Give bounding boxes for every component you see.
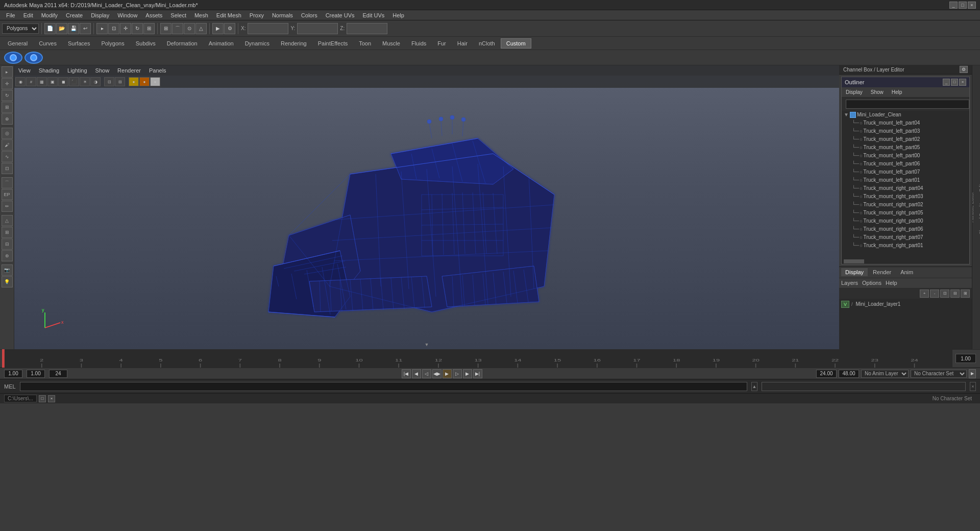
list-item[interactable]: └─ ○ Truck_mount_left_part02 <box>842 135 969 143</box>
x-input[interactable] <box>248 23 288 34</box>
undo-button[interactable]: ↩ <box>80 23 91 34</box>
tab-ncloth[interactable]: nCloth <box>473 38 501 49</box>
prev-keyframe-button[interactable]: ◁ <box>422 369 431 378</box>
tab-muscle[interactable]: Muscle <box>377 38 406 49</box>
list-item[interactable]: └─ ○ Truck_mount_right_part04 <box>842 184 969 192</box>
vp-shade-btn[interactable]: ◼ <box>58 77 68 86</box>
menu-modify[interactable]: Modify <box>37 11 62 19</box>
tab-fur[interactable]: Fur <box>432 38 452 49</box>
outliner-win-minimize[interactable]: _ <box>943 79 950 86</box>
list-item[interactable]: └─ ○ Truck_mount_right_part03 <box>842 192 969 201</box>
open-scene-button[interactable]: 📂 <box>56 23 67 34</box>
menu-edit-uvs[interactable]: Edit UVs <box>359 11 389 19</box>
list-item[interactable]: └─ ○ Truck_mount_left_part01 <box>842 176 969 184</box>
no-anim-layer-dropdown[interactable]: No Anim Layer <box>861 370 909 378</box>
next-keyframe-button[interactable]: ▷ <box>453 369 462 378</box>
append-polygon-left[interactable]: ⊞ <box>2 227 13 238</box>
pencil-left[interactable]: ✏ <box>2 201 13 212</box>
outliner-hscroll-thumb[interactable] <box>844 259 864 263</box>
paint-tool-left[interactable]: 🖌 <box>2 139 13 151</box>
taskbar-maya-btn[interactable]: C:\Users\... <box>4 395 37 402</box>
play-forward-button[interactable]: ▶ <box>443 369 452 378</box>
strip-channel-box-label[interactable]: Channel Box / Layer Editor <box>977 178 981 237</box>
layer-tab-display[interactable]: Display <box>841 268 868 276</box>
snap-curve-button[interactable]: ⌒ <box>172 23 183 34</box>
icon-circle-blue-2[interactable] <box>24 52 43 64</box>
vp-color-yellow[interactable]: ● <box>129 77 139 86</box>
taskbar-btn-2[interactable]: × <box>48 395 55 402</box>
new-scene-button[interactable]: 📄 <box>44 23 56 34</box>
menu-window[interactable]: Window <box>113 11 141 19</box>
close-button[interactable]: × <box>968 2 976 9</box>
transport-settings-btn[interactable]: ▶ <box>969 369 976 378</box>
menu-edit-mesh[interactable]: Edit Mesh <box>212 11 246 19</box>
menu-select[interactable]: Select <box>166 11 190 19</box>
tab-painteffects[interactable]: PaintEffects <box>312 38 354 49</box>
current-frame-display[interactable] <box>955 354 976 363</box>
spotlight-left[interactable]: 💡 <box>2 276 13 287</box>
vp-frame-sel-btn[interactable]: ⊟ <box>115 77 125 86</box>
skip-to-end-button[interactable]: ▶| <box>473 369 482 378</box>
vp-color-orange[interactable]: ● <box>139 77 150 86</box>
universal-manip-left[interactable]: ⊕ <box>2 113 13 125</box>
y-input[interactable] <box>297 23 338 34</box>
outliner-win-maximize[interactable]: □ <box>951 79 958 86</box>
tab-rendering[interactable]: Rendering <box>275 38 312 49</box>
tab-animation[interactable]: Animation <box>203 38 239 49</box>
ep-curve-left[interactable]: EP <box>2 189 13 200</box>
list-item[interactable]: └─ ○ Truck_mount_left_part04 <box>842 119 969 127</box>
split-polygon-left[interactable]: ⊟ <box>2 238 13 250</box>
icon-circle-blue-1[interactable] <box>4 52 22 64</box>
layer-tab-anim[interactable]: Anim <box>896 268 917 276</box>
tab-fluids[interactable]: Fluids <box>406 38 432 49</box>
menu-colors[interactable]: Colors <box>297 11 322 19</box>
sculpt-left[interactable]: ∿ <box>2 151 13 162</box>
layer-subtab-help[interactable]: Help <box>886 280 897 286</box>
camera-left[interactable]: 📷 <box>2 264 13 276</box>
outliner-hscrollbar[interactable] <box>842 259 969 264</box>
list-item[interactable]: └─ ○ Truck_mount_right_part01 <box>842 242 969 250</box>
list-item[interactable]: └─ ○ Truck_mount_left_part00 <box>842 152 969 160</box>
select-tool-left[interactable]: ▸ <box>2 66 13 78</box>
list-item[interactable]: └─ ○ Truck_mount_right_part00 <box>842 217 969 225</box>
tab-curves[interactable]: Curves <box>33 38 62 49</box>
viewport-menu-view[interactable]: View <box>16 67 33 74</box>
tab-custom[interactable]: Custom <box>501 38 531 49</box>
create-polygon-left[interactable]: △ <box>2 215 13 226</box>
play-back-button[interactable]: ◀▶ <box>432 369 442 378</box>
strip-attr-editor-label[interactable]: Attribute Editor <box>972 190 975 225</box>
outliner-item-root[interactable]: ▼ Mini_Loader_Clean <box>842 111 969 119</box>
layer-subtab-layers[interactable]: Layers <box>841 280 858 286</box>
viewport-menu-show[interactable]: Show <box>93 67 112 74</box>
lasso-tool-button[interactable]: ⊡ <box>108 23 119 34</box>
tab-toon[interactable]: Toon <box>353 38 377 49</box>
command-clear-btn[interactable]: × <box>970 382 976 391</box>
scale-tool-left[interactable]: ⊞ <box>2 102 13 113</box>
snap-grid-button[interactable]: ⊞ <box>160 23 172 34</box>
minimize-button[interactable]: _ <box>949 2 958 9</box>
outliner-menu-show[interactable]: Show <box>869 89 886 95</box>
vp-shadow-btn[interactable]: ◑ <box>90 77 101 86</box>
timeline-start-input[interactable]: 1.00 <box>4 370 22 378</box>
curve-tool-left[interactable]: ⌒ <box>2 177 13 188</box>
menu-help[interactable]: Help <box>388 11 408 19</box>
move-tool-left[interactable]: ✛ <box>2 78 13 89</box>
save-scene-button[interactable]: 💾 <box>68 23 79 34</box>
tab-general[interactable]: General <box>2 38 33 49</box>
viewport-menu-panels[interactable]: Panels <box>147 67 168 74</box>
outliner-menu-display[interactable]: Display <box>844 89 865 95</box>
menu-create-uvs[interactable]: Create UVs <box>322 11 359 19</box>
list-item[interactable]: └─ ○ Truck_mount_right_part07 <box>842 233 969 242</box>
timeline-range-start-input[interactable] <box>816 370 837 378</box>
step-forward-button[interactable]: ▶ <box>463 369 472 378</box>
timeline-range-end-input[interactable] <box>839 370 859 378</box>
render-button[interactable]: ▶ <box>212 23 224 34</box>
vp-color-white[interactable]: ● <box>150 77 160 86</box>
list-item[interactable]: └─ ○ Truck_mount_left_part07 <box>842 168 969 176</box>
z-input[interactable] <box>347 23 387 34</box>
list-item[interactable]: └─ ○ Truck_mount_left_part06 <box>842 160 969 168</box>
tab-hair[interactable]: Hair <box>452 38 473 49</box>
layer-visibility-btn[interactable]: V <box>841 301 849 308</box>
menu-create[interactable]: Create <box>62 11 87 19</box>
menu-edit[interactable]: Edit <box>19 11 37 19</box>
